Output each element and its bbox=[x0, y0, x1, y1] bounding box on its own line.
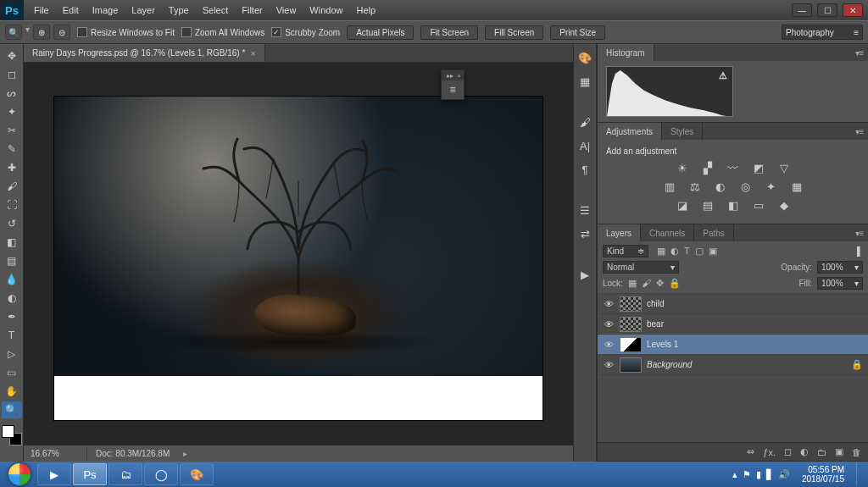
shape-tool[interactable]: ▭ bbox=[2, 364, 22, 381]
adjustments-shortcut-icon[interactable]: ≡ bbox=[442, 80, 464, 99]
canvas[interactable] bbox=[54, 97, 542, 420]
panel-menu-icon[interactable]: ▾≡ bbox=[851, 123, 868, 140]
fit-screen-button[interactable]: Fit Screen bbox=[420, 25, 478, 40]
gradient-tool[interactable]: ▤ bbox=[2, 252, 22, 269]
exposure-icon[interactable]: ◩ bbox=[751, 161, 766, 174]
lock-transparent-icon[interactable]: ▦ bbox=[628, 278, 637, 289]
layer-thumbnail[interactable] bbox=[620, 357, 642, 373]
threshold-icon[interactable]: ◧ bbox=[726, 198, 741, 212]
zoom-in-icon[interactable]: ⊕ bbox=[33, 25, 50, 40]
healing-tool[interactable]: ✚ bbox=[2, 159, 22, 176]
new-layer-icon[interactable]: ▣ bbox=[835, 446, 843, 457]
floating-panel[interactable]: ▸▸× ≡ bbox=[441, 69, 465, 100]
link-layers-icon[interactable]: ⇔ bbox=[747, 446, 754, 457]
curves-icon[interactable]: 〰 bbox=[726, 161, 741, 174]
photo-filter-icon[interactable]: ◎ bbox=[738, 180, 754, 193]
color-swatches[interactable] bbox=[2, 425, 22, 445]
filter-smart-icon[interactable]: ▣ bbox=[709, 246, 717, 257]
paths-tab[interactable]: Paths bbox=[694, 224, 734, 241]
paragraph-panel-icon[interactable]: ¶ bbox=[576, 161, 594, 178]
crop-tool[interactable]: ✂ bbox=[2, 122, 22, 139]
visibility-icon[interactable]: 👁 bbox=[603, 318, 615, 330]
eraser-tool[interactable]: ◧ bbox=[2, 234, 22, 251]
layer-thumbnail[interactable] bbox=[620, 296, 642, 312]
zoom-tool[interactable]: 🔍 bbox=[2, 401, 22, 418]
swatches-panel-icon[interactable]: ▦ bbox=[576, 73, 594, 90]
dropdown-icon[interactable]: ▾ bbox=[25, 25, 30, 40]
filter-pixel-icon[interactable]: ▦ bbox=[657, 246, 665, 257]
lock-position-icon[interactable]: ✥ bbox=[656, 278, 664, 289]
hand-tool[interactable]: ✋ bbox=[2, 383, 22, 400]
eyedropper-tool[interactable]: ✎ bbox=[2, 141, 22, 158]
actions-panel-icon[interactable]: ⇄ bbox=[576, 225, 594, 242]
scrubby-zoom-check[interactable]: ✓ Scrubby Zoom bbox=[271, 27, 340, 37]
maximize-button[interactable]: ☐ bbox=[817, 3, 837, 17]
start-button[interactable] bbox=[3, 462, 36, 486]
layer-row[interactable]: 👁Levels 1 bbox=[598, 335, 868, 355]
tray-network-icon[interactable]: ▋ bbox=[766, 469, 773, 480]
brushes-panel-icon[interactable]: 🖌 bbox=[576, 113, 594, 130]
histogram-graph[interactable]: ⚠ bbox=[606, 66, 733, 117]
document-tab[interactable]: Rainy Days Progress.psd @ 16.7% (Levels … bbox=[24, 44, 265, 62]
marquee-tool[interactable]: ◻ bbox=[2, 66, 22, 83]
zoom-all-check[interactable]: Zoom All Windows bbox=[181, 27, 264, 37]
taskbar-clock[interactable]: 05:56 PM 2018/07/15 bbox=[797, 465, 849, 484]
close-button[interactable]: ✕ bbox=[843, 3, 863, 17]
move-tool[interactable]: ✥ bbox=[2, 47, 22, 64]
menu-filter[interactable]: Filter bbox=[235, 2, 269, 19]
character-panel-icon[interactable]: A| bbox=[576, 137, 594, 154]
filter-adjust-icon[interactable]: ◐ bbox=[670, 246, 679, 257]
filter-type-icon[interactable]: T bbox=[684, 246, 690, 257]
layer-name[interactable]: bear bbox=[647, 319, 863, 329]
menu-layer[interactable]: Layer bbox=[125, 2, 162, 19]
close-tab-icon[interactable]: × bbox=[250, 48, 255, 58]
gradient-map-icon[interactable]: ▭ bbox=[751, 198, 766, 212]
zoom-out-icon[interactable]: ⊖ bbox=[53, 25, 70, 40]
color-balance-icon[interactable]: ⚖ bbox=[687, 180, 703, 193]
filter-kind-select[interactable]: Kind ≑ bbox=[603, 245, 648, 257]
histogram-tab[interactable]: Histogram bbox=[598, 44, 654, 61]
fx-icon[interactable]: ƒx. bbox=[763, 447, 776, 457]
collapse-icon[interactable]: ▸▸ bbox=[447, 72, 453, 80]
workspace-selector[interactable]: Photography ≡ bbox=[782, 25, 863, 40]
visibility-icon[interactable]: 👁 bbox=[603, 359, 615, 371]
dodge-tool[interactable]: ◐ bbox=[2, 290, 22, 307]
panel-menu-icon[interactable]: ▾≡ bbox=[851, 224, 868, 241]
tray-up-icon[interactable]: ▴ bbox=[732, 469, 737, 480]
filter-toggle[interactable]: ▌ bbox=[857, 246, 863, 256]
foreground-swatch[interactable] bbox=[2, 425, 14, 438]
opacity-input[interactable]: 100% ▾ bbox=[817, 261, 863, 274]
quick-select-tool[interactable]: ✦ bbox=[2, 103, 22, 120]
menu-view[interactable]: View bbox=[270, 2, 303, 19]
color-panel-icon[interactable]: 🎨 bbox=[576, 49, 594, 66]
delete-layer-icon[interactable]: 🗑 bbox=[852, 447, 861, 457]
stamp-tool[interactable]: ⛶ bbox=[2, 196, 22, 213]
minimize-button[interactable]: — bbox=[792, 3, 812, 17]
styles-tab[interactable]: Styles bbox=[662, 123, 703, 140]
new-group-icon[interactable]: 🗀 bbox=[817, 447, 826, 457]
menu-window[interactable]: Window bbox=[303, 2, 349, 19]
visibility-icon[interactable]: 👁 bbox=[603, 298, 615, 310]
layer-name[interactable]: child bbox=[647, 299, 863, 308]
history-brush-tool[interactable]: ↺ bbox=[2, 215, 22, 232]
history-panel-icon[interactable]: ☰ bbox=[576, 202, 594, 219]
taskbar-paint[interactable]: 🎨 bbox=[180, 463, 214, 485]
taskbar-explorer[interactable]: 🗂 bbox=[108, 463, 142, 485]
color-lookup-icon[interactable]: ▦ bbox=[789, 180, 804, 193]
type-tool[interactable]: T bbox=[2, 327, 22, 344]
tray-battery-icon[interactable]: ▮ bbox=[756, 469, 761, 480]
menu-edit[interactable]: Edit bbox=[56, 2, 86, 19]
close-icon[interactable]: × bbox=[457, 72, 461, 80]
doc-info[interactable]: Doc: 80.3M/126.8M bbox=[96, 449, 170, 458]
brush-tool[interactable]: 🖌 bbox=[2, 178, 22, 195]
tray-volume-icon[interactable]: 🔊 bbox=[778, 469, 790, 480]
layer-thumbnail[interactable] bbox=[620, 337, 642, 352]
resize-windows-check[interactable]: Resize Windows to Fit bbox=[77, 27, 175, 37]
layer-row[interactable]: 👁child bbox=[598, 294, 868, 314]
hue-sat-icon[interactable]: ▥ bbox=[662, 180, 677, 193]
invert-icon[interactable]: ◪ bbox=[675, 198, 690, 212]
tray-flag-icon[interactable]: ⚑ bbox=[743, 469, 751, 480]
lasso-tool[interactable]: ᔕ bbox=[2, 85, 22, 102]
fill-screen-button[interactable]: Fill Screen bbox=[485, 25, 543, 40]
warning-icon[interactable]: ⚠ bbox=[719, 70, 727, 81]
